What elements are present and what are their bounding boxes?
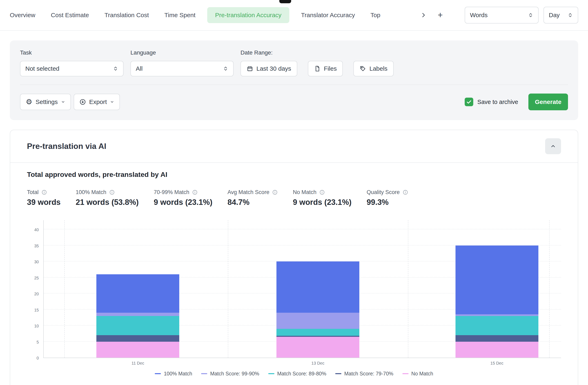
stat-quality-score: Quality Score 99.3% xyxy=(367,189,408,207)
y-tick-label: 40 xyxy=(34,228,39,232)
bar-segment[interactable] xyxy=(276,261,359,313)
legend-item[interactable]: Match Score: 79-70% xyxy=(335,371,393,377)
tab-top-clipped[interactable]: Top xyxy=(371,12,380,19)
bar-segment[interactable] xyxy=(96,274,179,313)
labels-button-label: Labels xyxy=(369,65,387,72)
settings-button-label: Settings xyxy=(36,98,58,105)
date-range-value: Last 30 days xyxy=(256,65,291,72)
info-icon[interactable] xyxy=(192,190,198,195)
bar-11-dec[interactable] xyxy=(96,274,179,358)
tab-translation-cost[interactable]: Translation Cost xyxy=(105,12,149,19)
stat-label: Quality Score xyxy=(367,189,400,195)
download-circle-icon xyxy=(79,99,86,105)
bar-segment[interactable] xyxy=(276,313,359,329)
tab-overview[interactable]: Overview xyxy=(10,12,35,19)
collapse-card-button[interactable] xyxy=(545,138,561,154)
labels-filter-button[interactable]: Labels xyxy=(353,61,393,76)
y-tick-label: 15 xyxy=(34,308,39,313)
language-dropdown-value: All xyxy=(136,65,143,72)
settings-button[interactable]: ⚙ Settings xyxy=(20,94,71,110)
task-dropdown[interactable]: Not selected xyxy=(20,61,124,76)
report-tab-bar: Overview Cost Estimate Translation Cost … xyxy=(0,0,588,31)
bar-segment[interactable] xyxy=(456,342,538,358)
legend-label: No Match xyxy=(411,371,433,377)
plot-area: 11 Dec13 Dec15 Dec xyxy=(43,220,561,358)
stat-value: 99.3% xyxy=(367,198,408,207)
tab-translator-accuracy[interactable]: Translator Accuracy xyxy=(301,12,355,19)
x-tick-label: 15 Dec xyxy=(490,361,503,365)
bar-segment[interactable] xyxy=(456,314,538,316)
report-filters-panel: Task Not selected Language All Date Rang… xyxy=(10,41,578,120)
legend-swatch xyxy=(335,373,341,374)
legend-item[interactable]: Match Score: 99-90% xyxy=(201,371,259,377)
info-icon[interactable] xyxy=(272,190,278,195)
bar-segment[interactable] xyxy=(96,335,179,342)
add-report-tab-button[interactable]: + xyxy=(438,11,443,20)
save-to-archive-checkbox[interactable] xyxy=(465,98,473,106)
bar-segment[interactable] xyxy=(96,313,179,316)
language-dropdown[interactable]: All xyxy=(130,61,233,76)
stat-value: 84.7% xyxy=(228,198,278,207)
bar-15-dec[interactable] xyxy=(456,245,538,358)
language-label: Language xyxy=(130,49,233,56)
y-tick-label: 25 xyxy=(34,276,39,280)
bar-13-dec[interactable] xyxy=(276,261,359,358)
gear-icon: ⚙ xyxy=(26,98,32,106)
stat-label: No Match xyxy=(293,189,316,195)
select-arrows-icon xyxy=(567,12,573,18)
date-range-label: Date Range: xyxy=(240,49,394,56)
checkmark-icon xyxy=(466,99,472,105)
date-range-button[interactable]: Last 30 days xyxy=(240,61,297,76)
tab-time-spent[interactable]: Time Spent xyxy=(164,12,195,19)
stat-100-match: 100% Match 21 words (53.8%) xyxy=(76,189,139,207)
legend-item[interactable]: 100% Match xyxy=(155,371,192,377)
tabs-scroll-right-button[interactable] xyxy=(417,9,430,21)
task-label: Task xyxy=(20,49,124,56)
card-title: Pre-translation via AI xyxy=(27,142,106,151)
files-filter-button[interactable]: Files xyxy=(308,61,343,76)
horizontal-gridline xyxy=(44,229,561,229)
period-select[interactable]: Day xyxy=(544,7,578,23)
legend-item[interactable]: No Match xyxy=(402,371,433,377)
stacked-bar-chart: 0510152025303540 11 Dec13 Dec15 Dec 100%… xyxy=(27,220,561,377)
legend-label: 100% Match xyxy=(164,371,192,377)
files-button-label: Files xyxy=(324,65,337,72)
section-title: Total approved words, pre-translated by … xyxy=(27,171,561,178)
bar-segment[interactable] xyxy=(456,245,538,315)
unit-select[interactable]: Words xyxy=(465,7,539,23)
legend-item[interactable]: Match Score: 89-80% xyxy=(268,371,326,377)
stat-label: 100% Match xyxy=(76,189,106,195)
vertical-gridline xyxy=(408,220,408,358)
file-icon xyxy=(314,65,320,72)
stats-row: Total 39 words 100% Match 21 words (53.8… xyxy=(27,189,561,207)
tab-pre-translation-accuracy[interactable]: Pre-translation Accuracy xyxy=(207,7,289,23)
select-arrows-icon xyxy=(223,66,228,71)
legend-label: Match Score: 89-80% xyxy=(277,371,326,377)
stat-label: 70-99% Match xyxy=(154,189,189,195)
y-tick-label: 5 xyxy=(37,340,39,344)
legend-label: Match Score: 79-70% xyxy=(344,371,393,377)
legend-swatch xyxy=(155,373,161,374)
stat-avg-match-score: Avg Match Score 84.7% xyxy=(228,189,278,207)
info-icon[interactable] xyxy=(109,190,115,195)
bar-segment[interactable] xyxy=(96,316,179,335)
bar-segment[interactable] xyxy=(276,337,359,358)
vertical-gridline xyxy=(549,220,550,358)
info-icon[interactable] xyxy=(42,190,47,195)
stat-no-match: No Match 9 words (23.1%) xyxy=(293,189,351,207)
info-icon[interactable] xyxy=(319,190,325,195)
bar-segment[interactable] xyxy=(456,316,538,335)
tab-cost-estimate[interactable]: Cost Estimate xyxy=(51,12,89,19)
select-arrows-icon xyxy=(528,12,533,18)
pre-translation-report-card: Pre-translation via AI Total approved wo… xyxy=(10,130,578,385)
bar-segment[interactable] xyxy=(276,329,359,336)
info-icon[interactable] xyxy=(403,190,408,195)
bar-segment[interactable] xyxy=(96,342,179,358)
save-to-archive-label: Save to archive xyxy=(477,99,518,105)
bar-segment[interactable] xyxy=(456,335,538,342)
stat-value: 39 words xyxy=(27,198,61,207)
export-button[interactable]: Export xyxy=(74,94,120,110)
generate-button[interactable]: Generate xyxy=(528,94,568,110)
legend-label: Match Score: 99-90% xyxy=(210,371,259,377)
select-arrows-icon xyxy=(113,66,118,71)
